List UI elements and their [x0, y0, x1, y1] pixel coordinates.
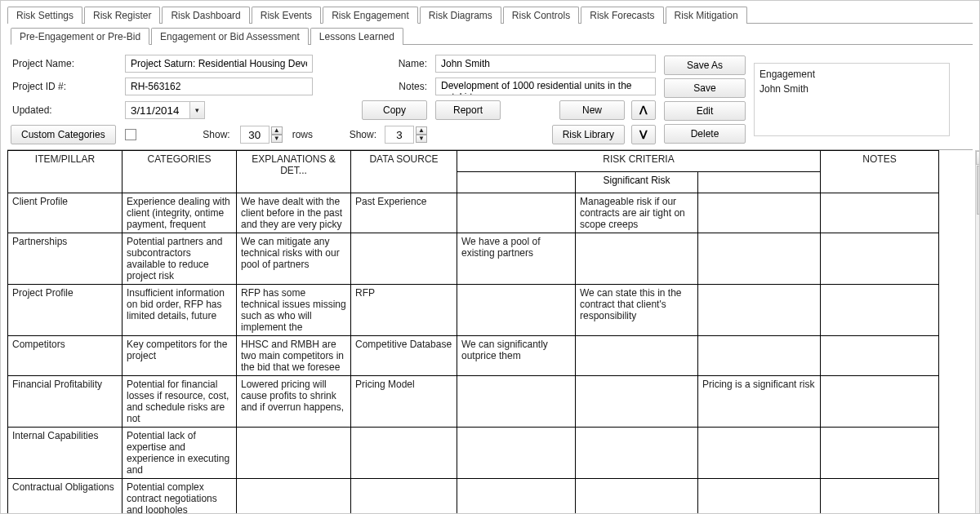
sub-tab-lessons-learned[interactable]: Lessons Learned [310, 28, 403, 45]
project-name-input[interactable] [125, 55, 313, 73]
custom-categories-button[interactable]: Custom Categories [11, 125, 116, 144]
save-button[interactable]: Save [664, 78, 746, 98]
scroll-up-icon[interactable]: ▲ [976, 151, 980, 165]
spin-up-icon[interactable]: ▲ [416, 126, 427, 135]
top-tab-risk-events[interactable]: Risk Events [252, 7, 321, 24]
top-tab-risk-register[interactable]: Risk Register [84, 7, 160, 24]
col-low-risk[interactable]: Low Risk [457, 172, 576, 193]
cell-dataSource[interactable]: Competitive Database [351, 336, 457, 376]
col-significant-risk[interactable]: Significant Risk [576, 172, 698, 193]
cell-explanations[interactable] [237, 428, 351, 479]
table-row[interactable]: PartnershipsPotential partners and subco… [8, 233, 939, 285]
copy-button[interactable]: Copy [362, 100, 427, 120]
cell-categories[interactable]: Potential lack of expertise and experien… [122, 428, 237, 479]
cell-crit[interactable] [698, 233, 821, 285]
top-tab-risk-settings[interactable]: Risk Settings [7, 7, 82, 24]
cols-spinner-input[interactable] [385, 126, 414, 144]
cell-low[interactable] [457, 479, 576, 515]
cell-crit[interactable] [698, 479, 821, 515]
cell-notes[interactable] [821, 479, 939, 515]
cell-explanations[interactable]: RFP has some technical issues missing su… [237, 285, 351, 336]
sub-tab-pre-engagement-or-pre-bid[interactable]: Pre-Engagement or Pre-Bid [11, 28, 149, 45]
table-row[interactable]: Financial ProfitabilityPotential for fin… [8, 376, 939, 428]
cell-categories[interactable]: Potential for financial losses if resour… [122, 376, 237, 428]
cell-low[interactable] [457, 285, 576, 336]
table-row[interactable]: Contractual ObligationsPotential complex… [8, 479, 939, 515]
cell-item[interactable]: Financial Profitability [8, 376, 122, 428]
cell-explanations[interactable]: We have dealt with the client before in … [237, 193, 351, 233]
cell-item[interactable]: Project Profile [8, 285, 122, 336]
spin-down-icon[interactable]: ▼ [416, 135, 427, 143]
cell-crit[interactable] [698, 193, 821, 233]
scroll-thumb[interactable] [977, 166, 980, 215]
cell-sig[interactable] [576, 376, 698, 428]
cell-low[interactable] [457, 428, 576, 479]
cell-dataSource[interactable] [351, 233, 457, 285]
spin-down-icon[interactable]: ▼ [271, 135, 283, 143]
save-as-button[interactable]: Save As [664, 55, 746, 75]
cell-notes[interactable] [821, 376, 939, 428]
cell-item[interactable]: Internal Capabilities [8, 428, 122, 479]
col-categories[interactable]: CATEGORIES [122, 151, 237, 193]
cell-explanations[interactable]: We can mitigate any technical risks with… [237, 233, 351, 285]
cell-categories[interactable]: Key competitors for the project [122, 336, 237, 376]
name-input[interactable] [435, 55, 656, 73]
cell-categories[interactable]: Insufficient information on bid order, R… [122, 285, 237, 336]
vertical-scrollbar[interactable]: ▲ ▼ [975, 150, 980, 514]
cell-item[interactable]: Contractual Obligations [8, 479, 122, 515]
col-notes[interactable]: NOTES [821, 151, 939, 193]
cell-explanations[interactable]: HHSC and RMBH are two main competitors i… [237, 336, 351, 376]
checkbox[interactable] [125, 129, 136, 140]
cell-dataSource[interactable]: Past Experience [351, 193, 457, 233]
cell-sig[interactable] [576, 336, 698, 376]
spin-up-icon[interactable]: ▲ [271, 126, 283, 135]
cell-notes[interactable] [821, 285, 939, 336]
col-risk-criteria[interactable]: RISK CRITERIA [457, 151, 821, 172]
risk-library-button[interactable]: Risk Library [552, 125, 625, 144]
cell-low[interactable] [457, 193, 576, 233]
cell-dataSource[interactable] [351, 479, 457, 515]
cell-categories[interactable]: Experience dealing with client (integrit… [122, 193, 237, 233]
sub-tab-engagement-or-bid-assessment[interactable]: Engagement or Bid Assessment [151, 28, 309, 45]
cell-categories[interactable]: Potential complex contract negotiations … [122, 479, 237, 515]
cell-sig[interactable] [576, 233, 698, 285]
top-tab-risk-engagement[interactable]: Risk Engagement [323, 7, 418, 24]
updated-date-field[interactable] [125, 101, 190, 119]
cell-dataSource[interactable]: Pricing Model [351, 376, 457, 428]
cell-notes[interactable] [821, 193, 939, 233]
cell-notes[interactable] [821, 428, 939, 479]
delete-button[interactable]: Delete [664, 124, 746, 144]
cell-dataSource[interactable]: RFP [351, 285, 457, 336]
cell-sig[interactable] [576, 428, 698, 479]
table-row[interactable]: Project ProfileInsufficient information … [8, 285, 939, 336]
rows-spinner-input[interactable] [240, 126, 270, 144]
move-up-button[interactable]: ᐱ [631, 100, 656, 120]
cell-low[interactable] [457, 376, 576, 428]
cell-item[interactable]: Client Profile [8, 193, 122, 233]
move-down-button[interactable]: ᐯ [631, 125, 656, 144]
cell-item[interactable]: Competitors [8, 336, 122, 376]
cell-crit[interactable] [698, 428, 821, 479]
table-row[interactable]: CompetitorsKey competitors for the proje… [8, 336, 939, 376]
cell-low[interactable]: We have a pool of existing partners [457, 233, 576, 285]
rows-spinner[interactable]: ▲▼ [240, 126, 283, 144]
cols-spinner[interactable]: ▲▼ [385, 126, 427, 144]
col-item[interactable]: ITEM/PILLAR [8, 151, 122, 193]
chevron-down-icon[interactable]: ▾ [190, 101, 205, 119]
top-tab-risk-dashboard[interactable]: Risk Dashboard [162, 7, 249, 24]
col-explanations[interactable]: EXPLANATIONS & DET... [237, 151, 351, 193]
cell-crit[interactable] [698, 336, 821, 376]
top-tab-risk-mitigation[interactable]: Risk Mitigation [666, 7, 747, 24]
col-datasource[interactable]: DATA SOURCE [351, 151, 457, 193]
cell-sig[interactable] [576, 479, 698, 515]
risk-grid[interactable]: ITEM/PILLAR CATEGORIES EXPLANATIONS & DE… [7, 150, 939, 514]
table-row[interactable]: Client ProfileExperience dealing with cl… [8, 193, 939, 233]
updated-date-input[interactable]: ▾ [125, 101, 205, 119]
cell-explanations[interactable]: Lowered pricing will cause profits to sh… [237, 376, 351, 428]
cell-low[interactable]: We can significantly outprice them [457, 336, 576, 376]
top-tab-risk-forecasts[interactable]: Risk Forecasts [581, 7, 663, 24]
new-button[interactable]: New [559, 100, 625, 120]
notes-input[interactable]: Development of 1000 residential units in… [435, 78, 656, 95]
cell-dataSource[interactable] [351, 428, 457, 479]
col-critical-risk[interactable]: Critical Risk [698, 172, 821, 193]
